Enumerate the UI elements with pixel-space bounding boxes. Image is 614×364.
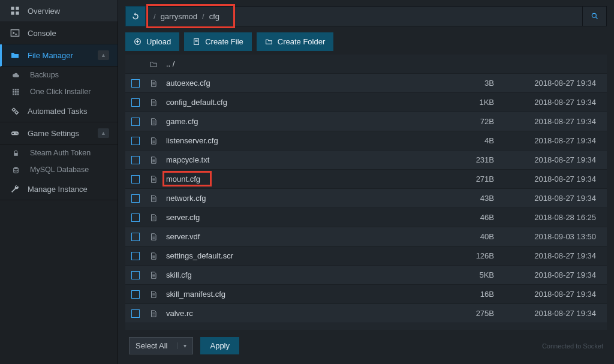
svg-rect-3 (16, 11, 19, 14)
sidebar: OverviewConsoleFile Manager▲BackupsOne C… (0, 0, 118, 364)
file-icon (148, 194, 159, 203)
file-highlight (162, 171, 212, 186)
svg-point-20 (16, 133, 17, 134)
upload-label: Upload (146, 37, 171, 46)
file-icon (148, 271, 159, 279)
file-row[interactable]: server.cfg 46B 2018-08-28 16:25 (125, 208, 607, 227)
file-icon (148, 290, 159, 299)
nav-item-game-settings[interactable]: Game Settings▲ (0, 122, 118, 145)
folder-icon (148, 60, 159, 68)
svg-point-23 (14, 167, 19, 169)
nav-subitem-one-click-installer[interactable]: One Click Installer (0, 83, 118, 100)
create-folder-button[interactable]: Create Folder (257, 32, 333, 51)
svg-rect-1 (16, 7, 19, 10)
file-name: server.cfg (166, 213, 440, 222)
file-size: 5KB (440, 270, 494, 279)
file-row[interactable]: game.cfg 72B 2018-08-27 19:34 (125, 112, 607, 131)
nav-label: File Manager (28, 51, 73, 60)
breadcrumb-segment[interactable]: cfg (209, 12, 219, 21)
create-file-button[interactable]: Create File (184, 32, 252, 51)
parent-dir-row[interactable]: .. / (125, 55, 607, 74)
checkbox[interactable] (131, 233, 140, 241)
checkbox[interactable] (131, 194, 140, 203)
database-icon (12, 166, 25, 174)
search-button[interactable] (583, 6, 607, 26)
file-date: 2018-08-27 19:34 (494, 155, 596, 164)
svg-rect-19 (12, 133, 14, 134)
file-size: 275B (440, 309, 494, 318)
file-list: .. / autoexec.cfg 3B 2018-08-27 19:34 co… (125, 55, 607, 330)
checkbox[interactable] (131, 156, 140, 164)
file-size: 1KB (440, 98, 494, 107)
parent-dir-label: .. / (166, 59, 596, 68)
file-row[interactable]: network.cfg 43B 2018-08-27 19:34 (125, 189, 607, 208)
nav-item-automated-tasks[interactable]: Automated Tasks (0, 100, 118, 122)
file-size: 271B (440, 175, 494, 183)
file-name: config_default.cfg (166, 98, 440, 107)
checkbox[interactable] (131, 213, 140, 222)
file-name: listenserver.cfg (166, 136, 440, 145)
svg-rect-7 (15, 89, 17, 91)
lock-icon (12, 149, 25, 157)
nav-item-console[interactable]: Console (0, 22, 118, 44)
checkbox[interactable] (131, 175, 140, 183)
chevron-up-icon[interactable]: ▲ (98, 50, 109, 60)
file-row[interactable]: mount.cfg 271B 2018-08-27 19:34 (125, 170, 607, 189)
svg-rect-6 (13, 89, 14, 91)
checkbox[interactable] (131, 290, 140, 299)
checkbox[interactable] (131, 271, 140, 279)
svg-point-15 (13, 109, 15, 111)
file-date: 2018-08-27 19:34 (494, 194, 596, 203)
refresh-icon (131, 11, 140, 21)
apply-button[interactable]: Apply (200, 337, 239, 354)
file-name: settings_default.scr (166, 251, 440, 260)
file-row[interactable]: listenserver.cfg 4B 2018-08-27 19:34 (125, 131, 607, 151)
nav-item-file-manager[interactable]: File Manager▲ (0, 44, 118, 67)
file-row[interactable]: server.vdf 40B 2018-09-03 13:50 (125, 227, 607, 246)
file-row[interactable]: skill_manifest.cfg 16B 2018-08-27 19:34 (125, 285, 607, 304)
checkbox[interactable] (131, 98, 140, 107)
file-name: autoexec.cfg (166, 79, 440, 88)
checkbox[interactable] (131, 252, 140, 260)
file-row[interactable]: skill.cfg 5KB 2018-08-27 19:34 (125, 266, 607, 285)
file-icon (148, 98, 159, 107)
file-date: 2018-08-27 19:34 (494, 117, 596, 126)
breadcrumb[interactable]: /garrysmod/cfg (146, 6, 583, 26)
breadcrumb-segment[interactable]: garrysmod (161, 12, 197, 21)
checkbox[interactable] (131, 118, 140, 126)
file-date: 2018-08-27 19:34 (494, 270, 596, 279)
svg-point-21 (17, 134, 18, 135)
svg-rect-11 (17, 91, 19, 92)
checkbox[interactable] (131, 137, 140, 145)
svg-rect-22 (14, 152, 18, 155)
file-name: skill.cfg (166, 270, 440, 279)
nav-subitem-mysql-database[interactable]: MySQL Database (0, 161, 118, 178)
checkbox[interactable] (131, 79, 140, 88)
nav-subitem-steam-auth-token[interactable]: Steam Auth Token (0, 145, 118, 161)
nav-subitem-backups[interactable]: Backups (0, 67, 118, 83)
nav-sub-label: Backups (30, 71, 59, 79)
file-row[interactable]: valve.rc 275B 2018-08-27 19:34 (125, 304, 607, 323)
file-date: 2018-08-27 19:34 (494, 79, 596, 88)
bulk-action-select[interactable]: Select All ▾ (129, 337, 193, 354)
gamepad-icon (8, 128, 22, 138)
chevron-up-icon[interactable]: ▲ (98, 128, 109, 138)
svg-rect-2 (11, 11, 14, 14)
nav-item-manage-instance[interactable]: Manage Instance (0, 178, 118, 200)
svg-point-16 (16, 112, 18, 114)
file-row[interactable]: autoexec.cfg 3B 2018-08-27 19:34 (125, 74, 607, 93)
file-row[interactable]: settings_default.scr 126B 2018-08-27 19:… (125, 246, 607, 266)
checkbox[interactable] (131, 309, 140, 318)
file-date: 2018-08-27 19:34 (494, 98, 596, 107)
nav-item-overview[interactable]: Overview (0, 0, 118, 22)
svg-rect-8 (17, 89, 19, 91)
file-icon (192, 38, 200, 46)
file-row[interactable]: mapcycle.txt 231B 2018-08-27 19:34 (125, 151, 607, 170)
upload-button[interactable]: Upload (125, 32, 179, 51)
nav-label: Manage Instance (28, 185, 88, 194)
svg-rect-10 (15, 91, 17, 92)
breadcrumb-root-button[interactable] (125, 6, 146, 26)
file-row[interactable]: config_default.cfg 1KB 2018-08-27 19:34 (125, 93, 607, 112)
breadcrumb-bar: /garrysmod/cfg (125, 6, 607, 26)
create-file-label: Create File (205, 37, 243, 46)
